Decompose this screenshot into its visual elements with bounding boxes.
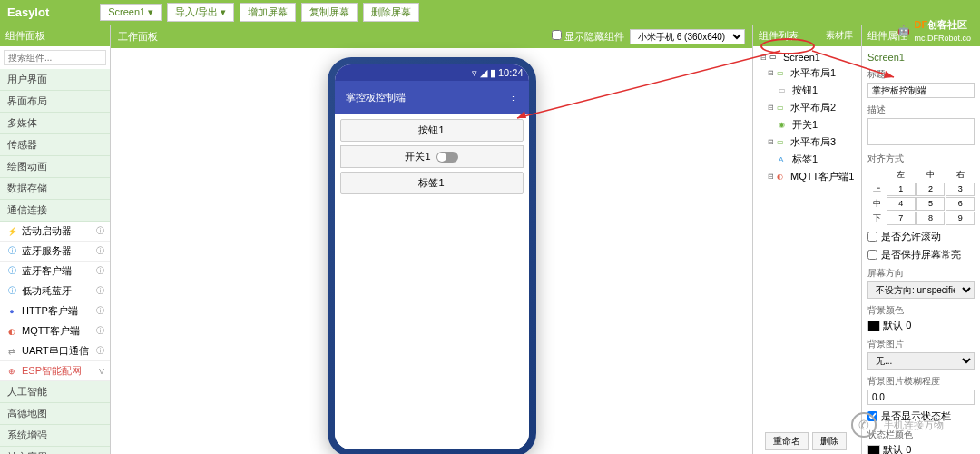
import-export-button[interactable]: 导入/导出 <box>167 3 234 22</box>
component-icon: ⚡ <box>5 225 18 238</box>
signal-icon: ◢ <box>480 67 487 79</box>
screen-dropdown[interactable]: Screen1 <box>100 4 162 21</box>
component-item[interactable]: ⚡活动启动器ⓘ <box>0 222 110 242</box>
scroll-checkbox[interactable]: 是否允许滚动 <box>867 230 975 243</box>
component-item[interactable]: ⊕ESP智能配网V <box>0 361 110 381</box>
tree-node-icon: ◐ <box>777 173 788 182</box>
tree-item[interactable]: ⊟▭水平布局3 <box>757 133 858 151</box>
category-item[interactable]: 数据存储 <box>0 178 110 200</box>
phone-widget-button[interactable]: 按钮1 <box>340 119 524 142</box>
phone-status-bar: ▿ ◢ ▮ 10:24 <box>335 64 529 81</box>
keepscreen-checkbox[interactable]: 是否保持屏幕常亮 <box>867 248 975 262</box>
color-swatch[interactable] <box>867 445 880 454</box>
info-icon: ⓘ <box>96 305 104 317</box>
device-select[interactable]: 小米手机 6 (360x640) <box>630 29 745 44</box>
tree-item[interactable]: ⊟▭水平布局2 <box>757 99 858 116</box>
color-swatch[interactable] <box>867 321 880 331</box>
category-item[interactable]: 通信连接 <box>0 200 110 222</box>
battery-icon: ▮ <box>490 67 495 79</box>
component-item[interactable]: ◐MQTT客户端ⓘ <box>0 321 110 341</box>
category-item[interactable]: 系统增强 <box>0 425 110 447</box>
phone-app-bar: 掌控板控制端 ⋮ <box>335 81 529 114</box>
category-item[interactable]: 用户界面 <box>0 69 110 91</box>
app-bar-title: 掌控板控制端 <box>346 91 406 104</box>
copy-screen-button[interactable]: 复制屏幕 <box>301 3 358 22</box>
info-icon: ⓘ <box>96 245 104 257</box>
rename-button[interactable]: 重命名 <box>765 432 808 450</box>
component-item[interactable]: ●HTTP客户端ⓘ <box>0 301 110 321</box>
tree-node-icon: ▭ <box>777 138 788 147</box>
tree-node-icon: ▭ <box>777 69 788 78</box>
wifi-icon: ▿ <box>472 67 477 79</box>
category-item[interactable]: 多媒体 <box>0 113 110 134</box>
collapse-icon[interactable]: ⊟ <box>768 69 774 77</box>
align-grid[interactable]: 左中右 上123 中456 下789 <box>867 168 975 225</box>
tree-item[interactable]: ◉开关1 <box>757 116 858 133</box>
component-icon: ⇄ <box>5 345 18 358</box>
prop-label: 背景图片模糊程度 <box>867 375 975 388</box>
tree-root[interactable]: ⊟▭Screen1 <box>757 50 858 64</box>
category-item[interactable]: 社交应用 <box>0 447 110 454</box>
collapse-icon[interactable]: ⊟ <box>768 173 774 181</box>
phone-widget-switch[interactable]: 开关1 <box>340 145 524 168</box>
tree-item[interactable]: A标签1 <box>757 151 858 168</box>
info-icon: ⓘ <box>96 345 104 357</box>
component-icon: ⓘ <box>5 285 18 298</box>
tree-item[interactable]: ⊟◐MQTT客户端1 <box>757 168 858 185</box>
prop-label: 对齐方式 <box>867 153 975 165</box>
delete-button[interactable]: 删除 <box>812 432 847 450</box>
info-icon: V <box>99 367 104 376</box>
info-icon: ⓘ <box>96 225 104 237</box>
collapse-icon[interactable]: ⊟ <box>768 104 774 112</box>
wechat-icon: ✆ <box>851 412 877 438</box>
component-icon: ⓘ <box>5 245 18 258</box>
component-icon: ● <box>5 305 18 318</box>
collapse-icon[interactable]: ⊟ <box>760 54 767 62</box>
components-panel-title: 组件面板 <box>0 25 110 46</box>
prop-label: 描述 <box>867 104 975 116</box>
component-icon: ◐ <box>5 325 18 338</box>
tree-item[interactable]: ▭按钮1 <box>757 82 858 99</box>
title-input[interactable] <box>867 83 975 98</box>
component-item[interactable]: ⇄UART串口通信ⓘ <box>0 341 110 361</box>
watermark: ✆ 手机连接万物 <box>851 412 944 438</box>
component-item[interactable]: ⓘ蓝牙服务器ⓘ <box>0 242 110 262</box>
menu-dots-icon[interactable]: ⋮ <box>508 92 518 104</box>
tree-panel-title: 组件列表 <box>759 29 799 43</box>
prop-label: 标题 <box>867 68 975 81</box>
delete-screen-button[interactable]: 删除屏幕 <box>363 3 419 22</box>
tree-node-icon: ▭ <box>777 104 788 113</box>
category-item[interactable]: 人工智能 <box>0 381 110 403</box>
info-icon: ⓘ <box>96 265 104 277</box>
work-panel-title: 工作面板 <box>118 30 158 44</box>
category-item[interactable]: 界面布局 <box>0 91 110 113</box>
desc-input[interactable] <box>867 118 975 145</box>
search-input[interactable] <box>4 50 106 65</box>
component-icon: ⓘ <box>5 265 18 278</box>
info-icon: ⓘ <box>96 285 104 297</box>
df-logo: 🤖 DFDF创客社区创客社区mc.DFRobot.co <box>897 18 971 43</box>
collapse-icon[interactable]: ⊟ <box>768 138 774 146</box>
tree-item[interactable]: ⊟▭水平布局1 <box>757 64 858 82</box>
category-item[interactable]: 传感器 <box>0 134 110 156</box>
tree-node-icon: ▭ <box>779 86 789 95</box>
tree-node-icon: ◉ <box>779 121 789 130</box>
show-hidden-checkbox[interactable]: 显示隐藏组件 <box>552 30 624 44</box>
tab-assets[interactable]: 素材库 <box>823 29 856 43</box>
category-item[interactable]: 绘图动画 <box>0 156 110 178</box>
orient-select[interactable]: 不设方向: unspecified <box>867 281 975 299</box>
switch-toggle-icon[interactable] <box>436 152 458 163</box>
bgalpha-input[interactable] <box>867 390 975 405</box>
category-item[interactable]: 高德地图 <box>0 403 110 425</box>
status-time: 10:24 <box>498 67 524 78</box>
info-icon: ⓘ <box>96 325 104 337</box>
robot-icon: 🤖 <box>897 25 910 36</box>
add-screen-button[interactable]: 增加屏幕 <box>240 3 296 22</box>
prop-label: 背景图片 <box>867 338 975 350</box>
tree-node-icon: A <box>779 155 789 164</box>
phone-frame: ▿ ◢ ▮ 10:24 掌控板控制端 ⋮ 按钮1 开关1 标签1 <box>328 57 536 454</box>
component-item[interactable]: ⓘ低功耗蓝牙ⓘ <box>0 281 110 301</box>
component-item[interactable]: ⓘ蓝牙客户端ⓘ <box>0 262 110 281</box>
bgimg-select[interactable]: 无... <box>867 352 975 370</box>
phone-widget-label[interactable]: 标签1 <box>340 172 524 194</box>
